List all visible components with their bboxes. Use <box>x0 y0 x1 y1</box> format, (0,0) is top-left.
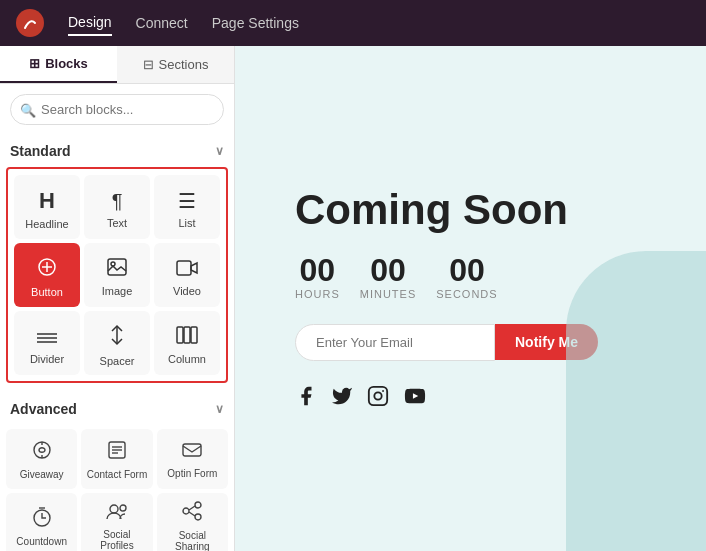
sections-tab-label: Sections <box>159 57 209 72</box>
button-label: Button <box>31 286 63 298</box>
nav-tab-design[interactable]: Design <box>68 10 112 36</box>
text-icon: ¶ <box>112 190 123 213</box>
search-icon: 🔍 <box>20 102 36 117</box>
advanced-block-group: Giveaway Contact Form <box>6 425 228 551</box>
nav-tab-connect[interactable]: Connect <box>136 11 188 35</box>
divider-label: Divider <box>30 353 64 365</box>
column-icon <box>176 326 198 349</box>
main-layout: ⊞ Blocks ⊟ Sections 🔍 Standard ∨ H Headl… <box>0 46 706 551</box>
advanced-section-header: Advanced ∨ <box>0 393 234 425</box>
youtube-icon[interactable] <box>403 385 427 412</box>
block-item-giveaway[interactable]: Giveaway <box>6 429 77 489</box>
block-item-divider[interactable]: Divider <box>14 311 80 375</box>
nav-tab-page-settings[interactable]: Page Settings <box>212 11 299 35</box>
button-icon <box>37 257 57 282</box>
image-icon <box>107 258 127 281</box>
minutes-label: MINUTES <box>360 288 417 300</box>
hours-value: 00 <box>300 254 336 286</box>
block-item-social-sharing[interactable]: Social Sharing <box>157 493 228 551</box>
search-input[interactable] <box>10 94 224 125</box>
block-item-spacer[interactable]: Spacer <box>84 311 150 375</box>
video-icon <box>176 258 198 281</box>
search-box: 🔍 <box>10 94 224 125</box>
svg-point-31 <box>374 392 381 399</box>
video-label: Video <box>173 285 201 297</box>
decorative-blob <box>566 251 706 551</box>
headline-icon: H <box>39 188 55 214</box>
advanced-section-title: Advanced <box>10 401 77 417</box>
standard-block-group: H Headline ¶ Text ☰ List <box>6 167 228 383</box>
svg-rect-12 <box>191 327 197 343</box>
block-item-text[interactable]: ¶ Text <box>84 175 150 239</box>
optin-form-label: Optin Form <box>167 468 217 479</box>
block-item-headline[interactable]: H Headline <box>14 175 80 239</box>
seconds-value: 00 <box>449 254 485 286</box>
list-icon: ☰ <box>178 189 196 213</box>
tab-blocks[interactable]: ⊞ Blocks <box>0 46 117 83</box>
social-sharing-icon <box>182 501 202 526</box>
block-item-list[interactable]: ☰ List <box>154 175 220 239</box>
email-row: Notify Me <box>295 324 598 361</box>
tab-sections[interactable]: ⊟ Sections <box>117 46 234 83</box>
spacer-label: Spacer <box>100 355 135 367</box>
block-item-button[interactable]: Button <box>14 243 80 307</box>
image-label: Image <box>102 285 133 297</box>
instagram-icon[interactable] <box>367 385 389 412</box>
svg-point-26 <box>183 508 189 514</box>
headline-label: Headline <box>25 218 68 230</box>
svg-point-24 <box>120 505 126 511</box>
svg-point-27 <box>195 514 201 520</box>
email-input[interactable] <box>295 324 495 361</box>
countdown-seconds: 00 SECONDS <box>436 254 497 300</box>
standard-section-header: Standard ∨ <box>0 135 234 167</box>
block-item-optin-form[interactable]: Optin Form <box>157 429 228 489</box>
svg-line-28 <box>189 506 195 510</box>
sidebar: ⊞ Blocks ⊟ Sections 🔍 Standard ∨ H Headl… <box>0 46 235 551</box>
standard-block-grid: H Headline ¶ Text ☰ List <box>14 175 220 375</box>
giveaway-icon <box>32 440 52 465</box>
svg-rect-10 <box>177 327 183 343</box>
standard-section-title: Standard <box>10 143 71 159</box>
text-label: Text <box>107 217 127 229</box>
block-item-column[interactable]: Column <box>154 311 220 375</box>
advanced-block-grid: Giveaway Contact Form <box>6 429 228 551</box>
block-item-countdown[interactable]: Countdown <box>6 493 77 551</box>
app-logo <box>16 9 44 37</box>
sections-tab-icon: ⊟ <box>143 57 154 72</box>
minutes-value: 00 <box>370 254 406 286</box>
block-item-social-profiles[interactable]: Social Profiles <box>81 493 152 551</box>
giveaway-label: Giveaway <box>20 469 64 480</box>
countdown-icon <box>32 507 52 532</box>
countdown-hours: 00 HOURS <box>295 254 340 300</box>
seconds-label: SECONDS <box>436 288 497 300</box>
top-nav: Design Connect Page Settings <box>0 0 706 46</box>
svg-point-25 <box>195 502 201 508</box>
svg-rect-11 <box>184 327 190 343</box>
countdown-minutes: 00 MINUTES <box>360 254 417 300</box>
svg-rect-3 <box>108 259 126 275</box>
block-item-video[interactable]: Video <box>154 243 220 307</box>
svg-line-29 <box>189 512 195 516</box>
twitter-icon[interactable] <box>331 385 353 412</box>
blocks-tab-icon: ⊞ <box>29 56 40 71</box>
svg-point-32 <box>382 390 384 392</box>
social-row <box>295 385 427 412</box>
optin-form-icon <box>182 441 202 464</box>
block-item-image[interactable]: Image <box>84 243 150 307</box>
social-sharing-label: Social Sharing <box>161 530 224 551</box>
hours-label: HOURS <box>295 288 340 300</box>
advanced-collapse-icon[interactable]: ∨ <box>215 402 224 416</box>
contact-form-label: Contact Form <box>87 469 148 480</box>
block-item-contact-form[interactable]: Contact Form <box>81 429 152 489</box>
standard-collapse-icon[interactable]: ∨ <box>215 144 224 158</box>
coming-soon-title: Coming Soon <box>295 186 568 234</box>
column-label: Column <box>168 353 206 365</box>
social-profiles-label: Social Profiles <box>85 529 148 551</box>
facebook-icon[interactable] <box>295 385 317 412</box>
divider-icon <box>36 326 58 349</box>
svg-point-23 <box>110 505 118 513</box>
contact-form-icon <box>107 440 127 465</box>
svg-rect-30 <box>369 386 387 404</box>
social-profiles-icon <box>106 502 128 525</box>
blocks-tab-label: Blocks <box>45 56 88 71</box>
